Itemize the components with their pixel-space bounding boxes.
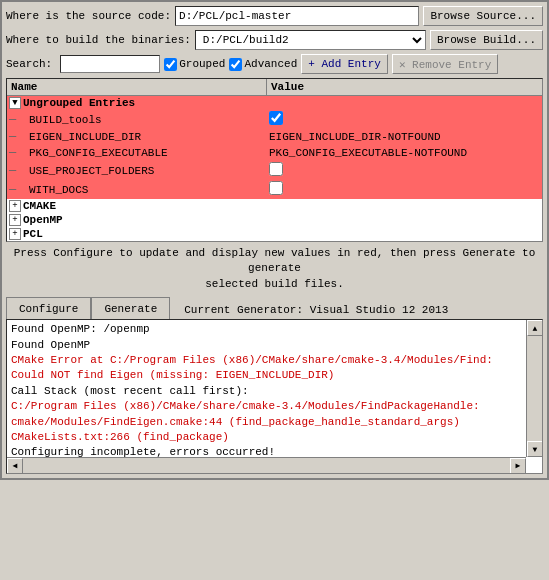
- build-label: Where to build the binaries:: [6, 34, 191, 46]
- info-text: Press Configure to update and display ne…: [6, 246, 543, 292]
- pcl-expand-btn[interactable]: +: [9, 228, 21, 240]
- ungrouped-label: Ungrouped Entries: [23, 97, 135, 109]
- indent: —: [9, 164, 29, 178]
- table-row: — EIGEN_INCLUDE_DIR EIGEN_INCLUDE_DIR-NO…: [7, 129, 542, 145]
- row-name-use-project-folders: USE_PROJECT_FOLDERS: [29, 165, 269, 177]
- ungrouped-collapse-btn[interactable]: ▼: [9, 97, 21, 109]
- log-line: Found OpenMP: [11, 338, 526, 353]
- grouped-checkbox[interactable]: [164, 58, 177, 71]
- row-value-build-tools: [269, 111, 540, 128]
- pcl-label: PCL: [23, 228, 43, 240]
- grouped-checkbox-label[interactable]: Grouped: [164, 58, 225, 71]
- scroll-right-btn[interactable]: ▶: [510, 458, 526, 474]
- source-label: Where is the source code:: [6, 10, 171, 22]
- scroll-down-btn[interactable]: ▼: [527, 441, 543, 457]
- log-content: Found OpenMP: /openmpFound OpenMPCMake E…: [7, 320, 542, 473]
- cmake-expand-btn[interactable]: +: [9, 200, 21, 212]
- log-line: cmake/Modules/FindEigen.cmake:44 (find_p…: [11, 415, 526, 430]
- generator-label: Current Generator: Visual Studio 12 2013: [178, 302, 454, 318]
- remove-entry-button[interactable]: ✕ Remove Entry: [392, 54, 498, 74]
- browse-build-button[interactable]: Browse Build...: [430, 30, 543, 50]
- build-select[interactable]: D:/PCL/build2: [195, 30, 426, 50]
- advanced-checkbox-label[interactable]: Advanced: [229, 58, 297, 71]
- indent: —: [9, 130, 29, 144]
- build-row: Where to build the binaries: D:/PCL/buil…: [6, 30, 543, 50]
- with-docs-checkbox[interactable]: [269, 181, 283, 195]
- row-value-with-docs: [269, 181, 540, 198]
- log-line: CMake Error at C:/Program Files (x86)/CM…: [11, 353, 526, 368]
- tree-header: Name Value: [7, 79, 542, 96]
- search-input[interactable]: [60, 55, 160, 73]
- vertical-scrollbar: ▲ ▼: [526, 320, 542, 457]
- log-line: Call Stack (most recent call first):: [11, 384, 526, 399]
- source-row: Where is the source code: Browse Source.…: [6, 6, 543, 26]
- row-value-pkg: PKG_CONFIG_EXECUTABLE-NOTFOUND: [269, 147, 540, 159]
- generate-tab[interactable]: Generate: [91, 297, 170, 319]
- use-project-folders-checkbox[interactable]: [269, 162, 283, 176]
- table-row: — WITH_DOCS: [7, 180, 542, 199]
- openmp-expand-btn[interactable]: +: [9, 214, 21, 226]
- table-row: — PKG_CONFIG_EXECUTABLE PKG_CONFIG_EXECU…: [7, 145, 542, 161]
- row-value-use-project-folders: [269, 162, 540, 179]
- ungrouped-group-row: ▼ Ungrouped Entries: [7, 96, 542, 110]
- indent: —: [9, 113, 29, 127]
- openmp-group-row: + OpenMP: [7, 213, 542, 227]
- horizontal-scrollbar: ◀ ▶: [7, 457, 526, 473]
- tree-table: Name Value ▼ Ungrouped Entries — BUILD_t…: [6, 78, 543, 242]
- build-tools-checkbox[interactable]: [269, 111, 283, 125]
- value-header: Value: [267, 79, 542, 95]
- search-row: Search: Grouped Advanced + Add Entry ✕ R…: [6, 54, 543, 74]
- log-line: C:/Program Files (x86)/CMake/share/cmake…: [11, 399, 526, 414]
- log-area: Found OpenMP: /openmpFound OpenMPCMake E…: [6, 319, 543, 474]
- log-line: CMakeLists.txt:266 (find_package): [11, 430, 526, 445]
- indent: —: [9, 183, 29, 197]
- table-row: — USE_PROJECT_FOLDERS: [7, 161, 542, 180]
- cmake-label: CMAKE: [23, 200, 56, 212]
- grouped-label: Grouped: [179, 58, 225, 70]
- openmp-label: OpenMP: [23, 214, 63, 226]
- advanced-label: Advanced: [244, 58, 297, 70]
- source-input[interactable]: [175, 6, 419, 26]
- row-name-eigen: EIGEN_INCLUDE_DIR: [29, 131, 269, 143]
- main-container: Where is the source code: Browse Source.…: [0, 0, 549, 480]
- scroll-left-btn[interactable]: ◀: [7, 458, 23, 474]
- row-value-eigen: EIGEN_INCLUDE_DIR-NOTFOUND: [269, 131, 540, 143]
- log-line: Could NOT find Eigen (missing: EIGEN_INC…: [11, 368, 526, 383]
- table-row: — BUILD_tools: [7, 110, 542, 129]
- tab-row: Configure Generate Current Generator: Vi…: [6, 296, 543, 318]
- row-name-build-tools: BUILD_tools: [29, 114, 269, 126]
- advanced-checkbox[interactable]: [229, 58, 242, 71]
- add-entry-button[interactable]: + Add Entry: [301, 54, 388, 74]
- scroll-up-btn[interactable]: ▲: [527, 320, 543, 336]
- configure-tab[interactable]: Configure: [6, 297, 91, 319]
- scroll-track-v: [527, 336, 542, 441]
- ungrouped-section: ▼ Ungrouped Entries — BUILD_tools — EIGE…: [7, 96, 542, 199]
- search-label: Search:: [6, 58, 52, 70]
- cmake-section: + CMAKE + OpenMP + PCL: [7, 199, 542, 241]
- row-name-pkg: PKG_CONFIG_EXECUTABLE: [29, 147, 269, 159]
- scroll-track-h: [23, 458, 510, 473]
- row-name-with-docs: WITH_DOCS: [29, 184, 269, 196]
- cmake-group-row: + CMAKE: [7, 199, 542, 213]
- log-line: Found OpenMP: /openmp: [11, 322, 526, 337]
- name-header: Name: [7, 79, 267, 95]
- browse-source-button[interactable]: Browse Source...: [423, 6, 543, 26]
- indent: —: [9, 146, 29, 160]
- pcl-group-row: + PCL: [7, 227, 542, 241]
